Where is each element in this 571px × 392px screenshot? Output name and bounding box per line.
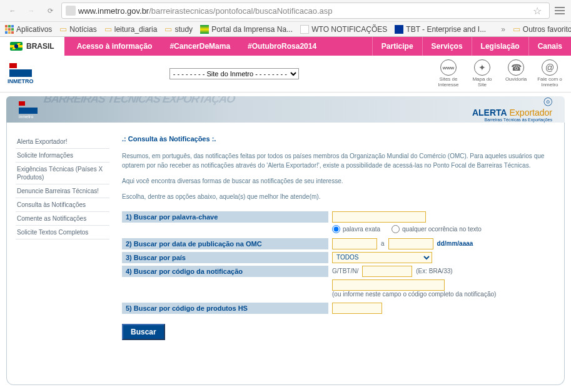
sites-interesse-link[interactable]: wwwSites de Interesse <box>435 59 462 88</box>
logo-mark <box>9 63 32 77</box>
header-icons: wwwSites de Interesse ✦Mapa do Site ☎Ouv… <box>435 59 563 88</box>
form-row-country: 3) Buscar por país TODOS <box>122 252 555 263</box>
legislacao-link[interactable]: Legislação <box>472 42 528 51</box>
bookmark-folder[interactable]: ▭Outros favoritos <box>513 24 571 34</box>
eu-flag-icon <box>395 25 403 34</box>
brasil-home[interactable]: BRASIL <box>0 37 64 56</box>
date-to-input[interactable] <box>388 238 433 249</box>
sidebar-item[interactable]: Denuncie Barreiras Técnicas! <box>16 184 109 198</box>
form-row-keyword: 1) Buscar por palavra-chave <box>122 211 555 223</box>
address-bar[interactable]: www.inmetro.gov.br/barreirastecnicas/pon… <box>61 3 550 19</box>
folder-icon: ▭ <box>164 24 172 34</box>
inmetro-mini-logo: inmetro <box>19 101 38 118</box>
date-from-input[interactable] <box>332 238 377 249</box>
bookmark-folder[interactable]: ▭study <box>164 24 193 34</box>
main-content: .: Consulta às Notificações :. Resumos, … <box>109 135 555 366</box>
page-title: .: Consulta às Notificações :. <box>122 135 555 143</box>
acesso-link[interactable]: Acesso à informação <box>68 42 161 51</box>
logo-text: INMETRO <box>8 78 34 84</box>
bookmarks-overflow[interactable]: » <box>501 25 505 34</box>
sidebar-item[interactable]: Solicite Textos Completos <box>16 226 109 239</box>
bookmark-link[interactable]: TBT - Enterprise and I... <box>395 25 486 34</box>
code-hint: (Ex: BRA/33) <box>416 268 452 274</box>
signal-icon: ⦾ <box>543 96 552 108</box>
content-area: Alerta Exportador! Solicite Informações … <box>6 123 565 385</box>
apps-label: Aplicativos <box>16 25 52 34</box>
bookmark-link[interactable]: Portal da Imprensa Na... <box>200 25 293 34</box>
reload-button[interactable]: ⟳ <box>43 3 58 18</box>
page-icon <box>66 6 76 16</box>
radio-any[interactable]: qualquer ocorrência no texto <box>392 225 482 233</box>
at-icon: @ <box>542 59 558 76</box>
fale-conosco-link[interactable]: @Fale com o Inmetro <box>536 59 563 88</box>
date-format-hint: dd/mm/aaaa <box>437 240 473 247</box>
inmetro-logo[interactable]: INMETRO <box>8 63 34 84</box>
browser-toolbar: ← → ⟳ www.inmetro.gov.br/barreirastecnic… <box>0 0 571 22</box>
ouvidoria-link[interactable]: ☎Ouvidoria <box>502 59 530 88</box>
search-button[interactable]: Buscar <box>122 324 165 340</box>
bookmark-folder[interactable]: ▭leitura_diaria <box>104 24 158 34</box>
url-text: www.inmetro.gov.br/barreirastecnicas/pon… <box>78 6 529 16</box>
code-prefix: G/TBT/N/ <box>332 268 358 274</box>
site-selector[interactable]: - - - - - - - - Site do Inmetro - - - - … <box>169 68 299 79</box>
phone-icon: ☎ <box>508 59 524 76</box>
site-icon <box>200 25 209 34</box>
form-row-code: 4) Buscar por código da notificação G/TB… <box>122 266 555 277</box>
bookmark-link[interactable]: WTO NOTIFICAÇÕES <box>300 25 387 34</box>
back-button[interactable]: ← <box>5 3 20 18</box>
form-row-hs: 5) Buscar por código de produtos HS <box>122 303 555 314</box>
full-code-row: (ou informe neste campo o código complet… <box>332 279 555 298</box>
field-label: 2) Buscar por data de publicação na OMC <box>122 238 328 249</box>
bookmark-star-icon[interactable]: ☆ <box>529 5 545 17</box>
sidebar-item[interactable]: Comente as Notificações <box>16 212 109 226</box>
field-label: 1) Buscar por palavra-chave <box>122 211 328 223</box>
sidebar-item[interactable]: Consulta às Notificações <box>16 198 109 212</box>
radio-exact-input[interactable] <box>332 225 340 233</box>
mapa-site-link[interactable]: ✦Mapa do Site <box>468 59 496 88</box>
field-label: 5) Buscar por código de produtos HS <box>122 303 328 314</box>
field-label: 3) Buscar por país <box>122 252 328 263</box>
keyword-input[interactable] <box>332 211 426 223</box>
folder-icon: ▭ <box>104 24 112 34</box>
forward-button[interactable]: → <box>24 3 39 18</box>
participe-link[interactable]: Participe <box>373 42 422 51</box>
banner-bg-text: BARREIRAS TÉCNICAS EXPORTAÇÃO <box>43 96 236 104</box>
apps-shortcut[interactable]: Aplicativos <box>5 25 52 34</box>
site-header: INMETRO - - - - - - - - Site do Inmetro … <box>0 56 571 93</box>
compass-icon: ✦ <box>474 59 490 76</box>
hashtag-link[interactable]: #CancerDeMama <box>161 42 239 51</box>
form-row-date: 2) Buscar por data de publicação na OMC … <box>122 238 555 249</box>
sidebar-nav: Alerta Exportador! Solicite Informações … <box>16 135 109 366</box>
bookmark-folder[interactable]: ▭Notícias <box>59 24 96 34</box>
page-icon <box>300 25 309 34</box>
sidebar-item[interactable]: Alerta Exportador! <box>16 135 109 149</box>
globe-icon: www <box>440 59 457 76</box>
folder-icon: ▭ <box>513 24 520 34</box>
radio-any-input[interactable] <box>392 225 400 233</box>
apps-icon <box>5 25 14 34</box>
canais-link[interactable]: Canais <box>529 42 571 51</box>
servicos-link[interactable]: Serviços <box>423 42 472 51</box>
browser-menu-icon[interactable] <box>553 4 566 17</box>
brazil-flag-icon <box>10 42 23 51</box>
full-code-hint: (ou informe neste campo o código complet… <box>332 291 496 298</box>
alerta-banner: inmetro BARREIRAS TÉCNICAS EXPORTAÇÃO ⦾ … <box>6 96 565 123</box>
intro-text: Aqui você encontra diversas formas de bu… <box>122 176 555 186</box>
intro-text: Escolha, dentre as opções abaixo, aquela… <box>122 192 555 201</box>
sidebar-item[interactable]: Exigências Técnicas (Países X Produtos) <box>16 163 109 184</box>
sidebar-item[interactable]: Solicite Informações <box>16 149 109 163</box>
gov-bar: BRASIL Acesso à informação #CancerDeMama… <box>0 37 571 56</box>
hashtag-link[interactable]: #OutubroRosa2014 <box>239 42 325 51</box>
intro-text: Resumos, em português, das notificações … <box>122 151 555 170</box>
notification-code-input[interactable] <box>362 266 412 277</box>
alerta-brand: ⦾ ALERTA Exportador Barreiras Técnicas à… <box>460 96 552 122</box>
keyword-match-options: palavra exata qualquer ocorrência no tex… <box>332 225 555 233</box>
full-code-input[interactable] <box>332 279 445 291</box>
country-select[interactable]: TODOS <box>332 252 432 263</box>
hs-code-input[interactable] <box>332 303 382 314</box>
folder-icon: ▭ <box>59 24 67 34</box>
bookmarks-bar: Aplicativos ▭Notícias ▭leitura_diaria ▭s… <box>0 22 571 37</box>
radio-exact[interactable]: palavra exata <box>332 225 380 233</box>
field-label: 4) Buscar por código da notificação <box>122 266 328 277</box>
